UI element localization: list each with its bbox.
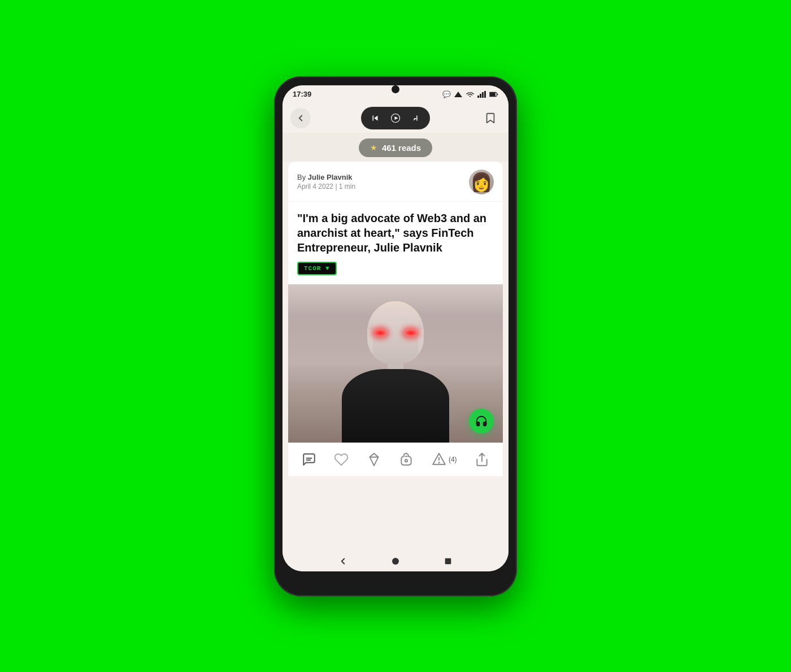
article-meta: By Julie Plavnik April 4 2022 | 1 min 👩: [288, 162, 503, 202]
phone-device: 17:39 💬: [274, 76, 517, 596]
face: [373, 321, 418, 363]
svg-rect-21: [445, 558, 451, 564]
author-avatar: 👩: [469, 170, 494, 194]
person-silhouette: [342, 296, 449, 443]
svg-rect-2: [480, 94, 481, 98]
svg-marker-0: [454, 92, 462, 97]
share-icon: [475, 452, 489, 467]
next-button[interactable]: [411, 113, 421, 123]
money-button[interactable]: [394, 448, 418, 471]
audio-fab-button[interactable]: [469, 409, 494, 433]
tag-badge: TCOR ▼: [297, 262, 337, 275]
avatar-image: 👩: [470, 171, 493, 193]
skip-next-icon: [411, 113, 421, 123]
hero-image: [288, 284, 503, 443]
play-icon: [390, 113, 401, 123]
system-home-icon: [390, 556, 401, 566]
svg-rect-3: [482, 92, 484, 98]
svg-marker-9: [395, 116, 398, 120]
system-recents-icon: [444, 557, 453, 566]
svg-rect-6: [490, 93, 496, 96]
article-card: By Julie Plavnik April 4 2022 | 1 min 👩 …: [288, 162, 503, 284]
right-eye-laser: [405, 330, 417, 336]
top-navigation: [282, 103, 508, 133]
heart-icon: [334, 452, 349, 467]
svg-point-14: [405, 459, 407, 462]
prev-button[interactable]: [370, 113, 380, 123]
cell-bars-icon: [477, 91, 486, 98]
svg-marker-12: [370, 453, 378, 466]
crystal-icon: [367, 452, 381, 467]
phone-screen: 17:39 💬: [282, 85, 508, 571]
crystal-button[interactable]: [362, 448, 386, 471]
left-eye-laser: [374, 330, 386, 336]
signal-icon: [454, 91, 463, 98]
system-recents-button[interactable]: [442, 555, 454, 567]
author-by-label: By Julie Plavnik: [297, 173, 355, 181]
svg-rect-4: [484, 91, 486, 98]
alert-count: (4): [449, 456, 457, 463]
back-arrow-icon: [295, 113, 306, 123]
system-back-button[interactable]: [337, 555, 349, 567]
play-button[interactable]: [390, 113, 401, 123]
wifi-icon: [466, 91, 475, 98]
star-icon: ★: [370, 143, 377, 152]
article-title: "I'm a big advocate of Web3 and an anarc…: [288, 202, 503, 262]
alert-icon: [432, 452, 446, 467]
article-date: April 4 2022 | 1 min: [297, 183, 355, 190]
alert-button[interactable]: (4): [427, 448, 462, 471]
author-name: Julie Plavnik: [308, 173, 353, 181]
comment-icon: [302, 452, 316, 467]
svg-rect-1: [477, 96, 479, 98]
tag-text: TCOR ▼: [304, 265, 330, 272]
system-back-icon: [338, 556, 348, 566]
svg-rect-7: [497, 93, 498, 95]
bottom-action-bar: (4): [288, 443, 503, 476]
headphones-icon: [475, 415, 488, 427]
whatsapp-icon: 💬: [442, 90, 451, 98]
svg-point-20: [392, 558, 399, 565]
status-time: 17:39: [293, 90, 311, 98]
heart-button[interactable]: [329, 448, 353, 471]
reads-badge[interactable]: ★ 461 reads: [359, 138, 432, 157]
status-icons: 💬: [442, 90, 498, 98]
system-home-button[interactable]: [389, 555, 402, 567]
camera-notch: [392, 85, 399, 93]
author-info: By Julie Plavnik April 4 2022 | 1 min: [297, 173, 355, 190]
comment-button[interactable]: [297, 448, 321, 471]
reads-badge-container: ★ 461 reads: [282, 133, 508, 162]
reads-count: 461 reads: [382, 143, 421, 153]
article-tag-container[interactable]: TCOR ▼: [297, 262, 337, 275]
money-bag-icon: [399, 452, 414, 467]
battery-icon: [489, 91, 498, 98]
bookmark-button[interactable]: [480, 108, 501, 128]
system-nav-bar: [282, 551, 508, 571]
back-button[interactable]: [290, 108, 311, 128]
laser-eyes: [367, 330, 424, 336]
media-controls-bar: [361, 107, 430, 129]
share-button[interactable]: [470, 448, 494, 471]
skip-prev-icon: [370, 113, 380, 123]
bookmark-icon: [484, 112, 497, 124]
head-shape: [367, 301, 424, 363]
body: [342, 369, 449, 443]
svg-point-18: [438, 462, 439, 463]
